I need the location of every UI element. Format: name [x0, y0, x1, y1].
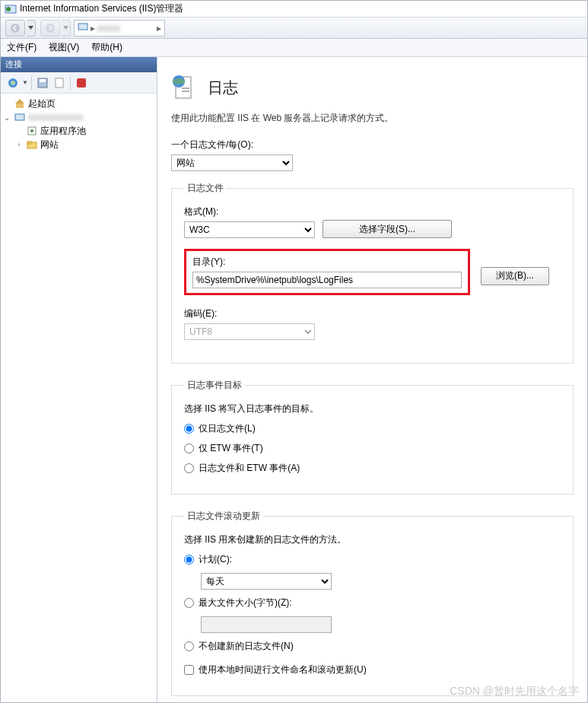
checkbox-localtime[interactable]: 使用本地时间进行文件命名和滚动更新(U)	[184, 663, 561, 676]
back-dropdown[interactable]	[27, 20, 36, 37]
svg-point-2	[11, 24, 20, 33]
schedule-select[interactable]: 每天	[201, 573, 332, 590]
svg-point-19	[173, 78, 185, 84]
maxsize-input	[201, 616, 332, 633]
rollover-group: 日志文件滚动更新 选择 IIS 用来创建新的日志文件的方法。 计划(C): 每天…	[171, 510, 574, 696]
menu-file[interactable]: 文件(F)	[7, 41, 37, 54]
app-icon	[5, 3, 17, 15]
expand-icon[interactable]: ›	[14, 140, 24, 149]
format-label: 格式(M):	[184, 205, 315, 218]
connections-panel: 连接 ▼ 起始页 ⌄ xxxxxxxxxxxx 应	[1, 57, 157, 702]
menu-view[interactable]: 视图(V)	[49, 41, 79, 54]
svg-point-14	[30, 129, 33, 132]
page-icon[interactable]	[52, 75, 67, 91]
breadcrumb-separator: ▸	[157, 23, 161, 33]
radio-logfile-only[interactable]: 仅日志文件(L)	[184, 422, 561, 435]
content-pane: 日志 使用此功能配置 IIS 在 Web 服务器上记录请求的方式。 一个日志文件…	[157, 57, 587, 702]
radio-maxsize[interactable]: 最大文件大小(字节)(Z):	[184, 596, 561, 609]
svg-rect-16	[27, 142, 31, 144]
tree-node-sites[interactable]: › 网站	[2, 138, 155, 151]
svg-rect-21	[182, 91, 189, 92]
svg-rect-8	[40, 79, 46, 82]
page-title: 日志	[208, 78, 238, 98]
chevron-down-icon[interactable]: ▼	[22, 79, 28, 86]
fileper-select[interactable]: 网站	[171, 154, 293, 171]
stop-icon[interactable]	[74, 75, 89, 91]
nav-toolbar: ▸ xxxxx ▸	[1, 17, 587, 39]
tree-node-apppool[interactable]: 应用程序池	[2, 124, 155, 138]
home-icon	[14, 97, 26, 110]
radio-schedule[interactable]: 计划(C):	[184, 553, 561, 566]
rollover-legend: 日志文件滚动更新	[184, 510, 263, 523]
breadcrumb-separator: ▸	[91, 23, 95, 33]
connections-tree: 起始页 ⌄ xxxxxxxxxxxx 应用程序池 › 网站	[1, 94, 157, 702]
log-icon	[171, 74, 199, 101]
server-name: xxxxx	[97, 23, 120, 33]
encoding-select: UTF8	[184, 323, 315, 340]
tree-node-server[interactable]: ⌄ xxxxxxxxxxxx	[2, 110, 155, 124]
menu-help[interactable]: 帮助(H)	[91, 41, 122, 54]
eventtarget-desc: 选择 IIS 将写入日志事件的目标。	[184, 402, 561, 415]
address-bar[interactable]: ▸ xxxxx ▸	[74, 20, 165, 37]
svg-rect-12	[15, 114, 24, 120]
svg-rect-20	[182, 87, 189, 89]
collapse-icon[interactable]: ⌄	[2, 113, 11, 122]
forward-button[interactable]	[40, 20, 60, 37]
back-button[interactable]	[5, 20, 25, 37]
fileper-label: 一个日志文件/每(O):	[171, 138, 574, 151]
forward-dropdown[interactable]	[62, 20, 71, 37]
encoding-label: 编码(E):	[184, 307, 561, 320]
rollover-desc: 选择 IIS 用来创建新的日志文件的方法。	[184, 533, 561, 546]
menu-bar: 文件(F) 视图(V) 帮助(H)	[1, 39, 587, 57]
logfile-group: 日志文件 格式(M): W3C 选择字段(S)... 目录(Y): 浏览(B).…	[171, 182, 574, 364]
connect-icon[interactable]	[5, 75, 21, 91]
directory-input[interactable]	[192, 272, 462, 288]
svg-rect-10	[77, 78, 86, 87]
radio-both[interactable]: 日志文件和 ETW 事件(A)	[184, 462, 561, 475]
connections-toolbar: ▼	[1, 72, 157, 94]
server-icon	[78, 21, 88, 34]
browse-button[interactable]: 浏览(B)...	[481, 267, 549, 285]
tree-node-start[interactable]: 起始页	[2, 97, 155, 110]
connections-header: 连接	[1, 57, 157, 72]
logfile-legend: 日志文件	[184, 182, 227, 195]
svg-point-1	[6, 7, 11, 11]
watermark: CSDN @暂时先用这个名字	[450, 685, 579, 698]
page-description: 使用此功能配置 IIS 在 Web 服务器上记录请求的方式。	[171, 112, 574, 125]
svg-point-6	[11, 81, 15, 85]
format-select[interactable]: W3C	[184, 221, 315, 238]
svg-rect-4	[78, 24, 87, 30]
svg-rect-9	[56, 78, 63, 87]
eventtarget-group: 日志事件目标 选择 IIS 将写入日志事件的目标。 仅日志文件(L) 仅 ETW…	[171, 379, 574, 495]
svg-point-3	[46, 24, 55, 33]
save-icon[interactable]	[35, 75, 50, 91]
eventtarget-legend: 日志事件目标	[184, 379, 245, 392]
directory-highlight: 目录(Y):	[184, 249, 470, 295]
svg-rect-11	[16, 103, 24, 108]
server-icon	[14, 111, 26, 123]
directory-label: 目录(Y):	[192, 256, 462, 269]
select-fields-button[interactable]: 选择字段(S)...	[323, 220, 452, 238]
radio-etw-only[interactable]: 仅 ETW 事件(T)	[184, 442, 561, 455]
server-name: xxxxxxxxxxxx	[28, 112, 83, 122]
titlebar: Internet Information Services (IIS)管理器	[1, 1, 587, 17]
window-title: Internet Information Services (IIS)管理器	[20, 2, 183, 15]
radio-none[interactable]: 不创建新的日志文件(N)	[184, 640, 561, 653]
folder-icon	[26, 138, 38, 151]
apppool-icon	[26, 125, 38, 137]
